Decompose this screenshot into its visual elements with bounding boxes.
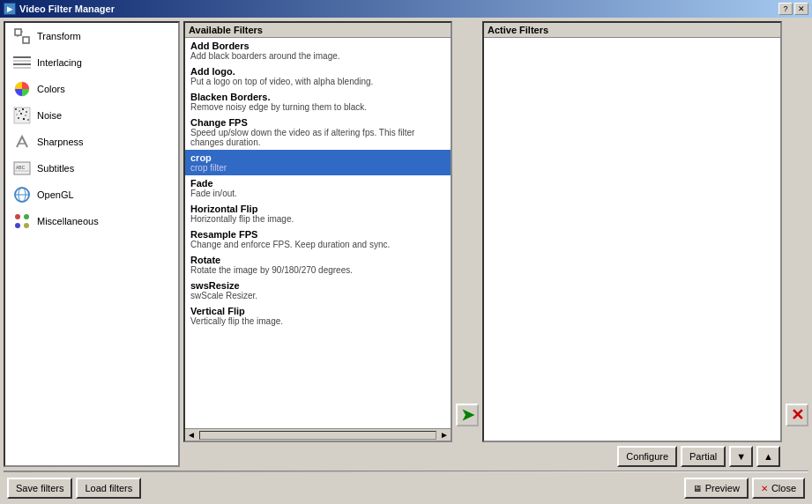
filter-desc: Fade in/out. bbox=[190, 189, 445, 198]
filter-name: Vertical Flip bbox=[190, 306, 445, 316]
sidebar-item-colors[interactable]: Colors bbox=[5, 76, 178, 102]
sidebar-label-opengl: OpenGL bbox=[37, 189, 74, 200]
svg-point-27 bbox=[24, 214, 29, 219]
sidebar-item-noise[interactable]: Noise bbox=[5, 102, 178, 129]
filter-item-change-fps[interactable]: Change FPS Speed up/slow down the video … bbox=[185, 115, 451, 150]
window-title: Video Filter Manager bbox=[19, 4, 115, 14]
svg-rect-17 bbox=[18, 117, 19, 119]
sidebar-label-colors: Colors bbox=[37, 84, 65, 94]
sidebar-item-sharpness[interactable]: Sharpness bbox=[5, 129, 178, 155]
move-up-button[interactable]: ▲ bbox=[756, 446, 780, 467]
sidebar-label-subtitles: Subtitles bbox=[37, 163, 74, 174]
close-button[interactable]: ✕ bbox=[794, 3, 808, 15]
filter-item-blacken-borders[interactable]: Blacken Borders. Remove noisy edge by tu… bbox=[185, 89, 451, 115]
filter-desc: Horizontally flip the image. bbox=[190, 214, 445, 224]
filter-name: Fade bbox=[190, 178, 445, 189]
close-label: Close bbox=[771, 483, 796, 493]
filter-desc: crop filter bbox=[190, 163, 445, 173]
sidebar-item-opengl[interactable]: OpenGL bbox=[5, 182, 178, 208]
filter-desc: Speed up/slow down the video as if alter… bbox=[190, 128, 445, 147]
horizontal-scrollbar[interactable] bbox=[199, 431, 436, 440]
bottom-right: 🖥 Preview ✕ Close bbox=[684, 478, 805, 499]
bottom-left: Save filters Load filters bbox=[7, 478, 141, 499]
filter-item-sws-resize[interactable]: swsResize swScale Resizer. bbox=[185, 278, 451, 303]
filter-item-vertical-flip[interactable]: Vertical Flip Vertically flip the image. bbox=[185, 303, 451, 329]
filter-item-resample-fps[interactable]: Resample FPS Change and enforce FPS. Kee… bbox=[185, 226, 451, 252]
svg-text:ABC: ABC bbox=[16, 165, 26, 170]
available-filters-panel: Available Filters Add Borders Add black … bbox=[183, 21, 452, 442]
colors-icon bbox=[12, 79, 32, 99]
filter-item-fade[interactable]: Fade Fade in/out. bbox=[185, 175, 451, 201]
svg-rect-18 bbox=[23, 118, 25, 120]
filter-item-add-borders[interactable]: Add Borders Add black boarders around th… bbox=[185, 38, 451, 63]
middle-panel: Available Filters Add Borders Add black … bbox=[183, 21, 808, 467]
svg-rect-10 bbox=[15, 108, 17, 110]
filter-name: Add logo. bbox=[190, 66, 445, 77]
preview-label: Preview bbox=[705, 483, 740, 493]
svg-rect-15 bbox=[20, 113, 22, 115]
filter-desc: Change and enforce FPS. Keep duration an… bbox=[190, 240, 445, 249]
move-down-button[interactable]: ▼ bbox=[729, 446, 753, 467]
sidebar-label-sharpness: Sharpness bbox=[37, 137, 84, 147]
separator bbox=[4, 471, 808, 472]
filter-desc: Remove noisy edge by turning them to bla… bbox=[190, 102, 445, 112]
remove-filter-button[interactable]: ✕ bbox=[786, 404, 808, 426]
svg-point-29 bbox=[24, 223, 29, 228]
sidebar: Transform Interlacing bbox=[4, 21, 180, 467]
misc-icon bbox=[12, 211, 32, 231]
configure-button[interactable]: Configure bbox=[617, 446, 677, 467]
close-icon: ✕ bbox=[761, 484, 768, 493]
filter-name: Horizontal Flip bbox=[190, 204, 445, 214]
svg-point-26 bbox=[15, 214, 20, 219]
filter-name: Rotate bbox=[190, 255, 445, 265]
filter-name: crop bbox=[190, 152, 445, 163]
active-filters-list bbox=[484, 38, 780, 441]
filter-desc: Rotate the image by 90/180/270 degrees. bbox=[190, 265, 445, 275]
filter-item-horizontal-flip[interactable]: Horizontal Flip Horizontally flip the im… bbox=[185, 201, 451, 226]
transform-icon bbox=[12, 26, 32, 46]
content-area: Transform Interlacing bbox=[4, 21, 808, 467]
sidebar-label-interlacing: Interlacing bbox=[37, 57, 82, 68]
partial-button[interactable]: Partial bbox=[681, 446, 726, 467]
svg-rect-16 bbox=[25, 115, 26, 116]
filter-desc: Vertically flip the image. bbox=[190, 316, 445, 326]
sidebar-item-subtitles[interactable]: ABC Subtitles bbox=[5, 155, 178, 182]
filter-desc: swScale Resizer. bbox=[190, 291, 445, 300]
filter-desc: Put a logo on top of video, with alpha b… bbox=[190, 77, 445, 86]
filters-row: Available Filters Add Borders Add black … bbox=[183, 21, 808, 442]
title-bar-buttons: ? ✕ bbox=[778, 3, 808, 15]
preview-icon: 🖥 bbox=[693, 484, 702, 493]
sidebar-label-miscellaneous: Miscellaneous bbox=[37, 216, 99, 226]
svg-rect-13 bbox=[26, 111, 27, 113]
available-filters-scrollbar[interactable]: ◄ ► bbox=[185, 428, 451, 441]
filter-name: Change FPS bbox=[190, 117, 445, 128]
svg-point-28 bbox=[15, 223, 20, 228]
preview-button[interactable]: 🖥 Preview bbox=[684, 478, 749, 499]
bottom-bar: Save filters Load filters 🖥 Preview ✕ Cl… bbox=[4, 476, 808, 500]
add-filter-button[interactable]: ➤ bbox=[456, 404, 479, 426]
app-icon: ▶ bbox=[4, 3, 16, 15]
opengl-icon bbox=[12, 185, 32, 204]
save-filters-button[interactable]: Save filters bbox=[7, 478, 72, 499]
filter-item-crop[interactable]: crop crop filter bbox=[185, 150, 451, 175]
load-filters-button[interactable]: Load filters bbox=[76, 478, 141, 499]
filter-desc: Add black boarders around the image. bbox=[190, 51, 445, 61]
svg-rect-11 bbox=[19, 110, 20, 112]
active-filters-panel: Active Filters bbox=[482, 21, 782, 442]
sidebar-item-transform[interactable]: Transform bbox=[5, 23, 178, 49]
close-dialog-button[interactable]: ✕ Close bbox=[752, 478, 805, 499]
filter-name: swsResize bbox=[190, 280, 445, 291]
main-window: Transform Interlacing bbox=[0, 18, 812, 504]
sidebar-item-miscellaneous[interactable]: Miscellaneous bbox=[5, 208, 178, 234]
filter-item-add-logo[interactable]: Add logo. Put a logo on top of video, wi… bbox=[185, 63, 451, 89]
help-button[interactable]: ? bbox=[778, 3, 793, 15]
sidebar-item-interlacing[interactable]: Interlacing bbox=[5, 49, 178, 76]
sidebar-label-transform: Transform bbox=[37, 31, 81, 41]
filter-name: Blacken Borders. bbox=[190, 92, 445, 102]
active-filters-title: Active Filters bbox=[484, 23, 780, 38]
filter-item-rotate[interactable]: Rotate Rotate the image by 90/180/270 de… bbox=[185, 252, 451, 278]
subtitles-icon: ABC bbox=[12, 159, 32, 178]
sharpness-icon bbox=[12, 132, 32, 152]
svg-rect-19 bbox=[27, 119, 29, 121]
filter-name: Resample FPS bbox=[190, 229, 445, 240]
